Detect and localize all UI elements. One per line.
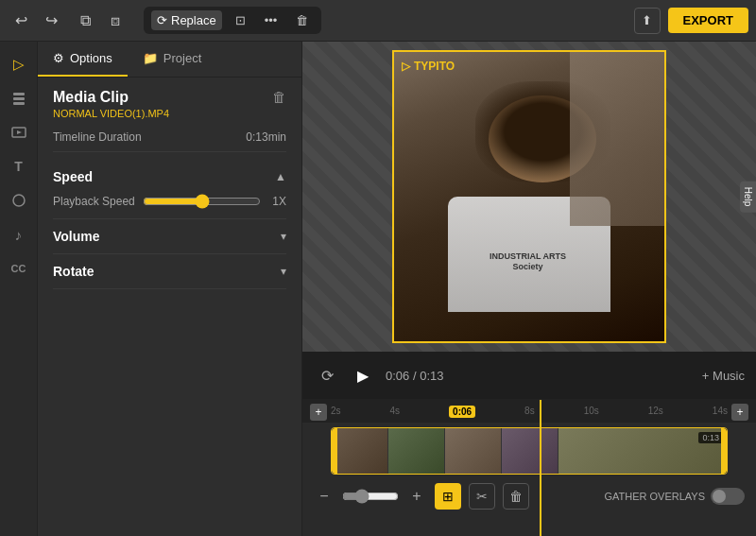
sidebar-item-shapes[interactable]	[4, 185, 34, 216]
media-clip-info: Media Clip NORMAL VIDEO(1).MP4	[53, 89, 169, 119]
svg-marker-4	[17, 130, 22, 134]
timeline-add-left-button[interactable]: +	[310, 404, 327, 421]
volume-section: Volume ▾	[53, 219, 286, 254]
sidebar-item-logo[interactable]: ▷	[4, 49, 34, 79]
timeline-duration-row: Timeline Duration 0:13min	[53, 123, 286, 152]
speed-slider[interactable]	[143, 194, 262, 209]
timeline-duration-value: 0:13min	[246, 130, 286, 144]
media-clip-title: Media Clip	[53, 89, 169, 106]
typito-icon: ▷	[402, 60, 410, 73]
replace-icon: ⟳	[157, 13, 167, 27]
speed-arrow-icon: ▲	[275, 170, 286, 183]
left-sidebar: ▷ T ♪ CC	[0, 42, 38, 536]
play-button[interactable]: ▶	[350, 362, 376, 389]
ruler-mark-10s: 10s	[584, 406, 599, 418]
toggle-knob	[713, 490, 726, 503]
options-panel: ⚙ Options 📁 Project Media Clip NORMAL VI…	[38, 42, 302, 536]
top-toolbar: ↩ ↪ ⧉ ⧈ ⟳ Replace ⊡ ••• 🗑 ⬆ EXPORT	[0, 0, 756, 42]
tab-options[interactable]: ⚙ Options	[38, 42, 128, 77]
timeline-duration-label: Timeline Duration	[53, 130, 142, 144]
speed-section: Speed ▲ Playback Speed 1X	[53, 160, 286, 219]
speed-slider-container	[143, 194, 262, 209]
rotate-arrow-icon: ▾	[281, 265, 286, 278]
timeline-add-right-button[interactable]: +	[731, 404, 748, 421]
playback-speed-label: Playback Speed	[53, 195, 135, 208]
track-right-handle[interactable]	[721, 428, 727, 474]
zoom-out-button[interactable]: −	[314, 486, 335, 507]
track-row: 0:13	[302, 423, 756, 479]
duplicate-button[interactable]: ⧈	[102, 8, 129, 34]
more-options-button[interactable]: •••	[259, 10, 284, 30]
volume-title: Volume	[53, 229, 100, 244]
options-icon: ⚙	[53, 51, 64, 65]
redo-button[interactable]: ↪	[38, 8, 64, 34]
help-button[interactable]: Help	[740, 182, 756, 213]
share-button[interactable]: ⬆	[634, 8, 661, 34]
ruler-mark-playhead: 0:06	[449, 406, 475, 418]
speed-value-display: 1X	[272, 195, 286, 208]
undo-button[interactable]: ↩	[8, 8, 34, 34]
thumb-1	[332, 428, 388, 474]
replace-button[interactable]: ⟳ Replace	[151, 10, 222, 30]
replay-button[interactable]: ⟳	[314, 362, 340, 389]
ruler-mark-14s: 14s	[713, 406, 728, 418]
media-clip-subtitle: NORMAL VIDEO(1).MP4	[53, 108, 169, 119]
rotate-header[interactable]: Rotate ▾	[53, 264, 286, 279]
ruler-mark-8s: 8s	[524, 406, 535, 418]
playhead	[540, 400, 541, 536]
zoom-in-button[interactable]: +	[406, 486, 427, 507]
typito-watermark: ▷ TYPITO	[402, 60, 455, 73]
thumb-4	[502, 428, 558, 474]
video-frame: INDUSTRIAL ARTSSociety ▷ TYPITO	[394, 52, 664, 341]
panel-content: Media Clip NORMAL VIDEO(1).MP4 🗑 Timelin…	[38, 78, 301, 536]
delete-clip-button[interactable]: 🗑	[290, 10, 314, 30]
svg-rect-0	[13, 93, 25, 95]
project-icon: 📁	[143, 51, 158, 65]
zoom-slider[interactable]	[342, 489, 399, 504]
rotate-section: Rotate ▾	[53, 254, 286, 289]
sidebar-item-music[interactable]: ♪	[4, 219, 34, 250]
ruler-mark-12s: 12s	[648, 406, 663, 418]
media-clip-header: Media Clip NORMAL VIDEO(1).MP4 🗑	[53, 89, 286, 119]
speed-header[interactable]: Speed ▲	[53, 169, 286, 184]
track-end-badge: 0:13	[698, 432, 723, 443]
playback-bar: ⟳ ▶ 0:06 / 0:13 + Music	[302, 352, 756, 399]
svg-point-5	[13, 195, 25, 206]
rotate-title: Rotate	[53, 264, 94, 279]
floating-toolbar: ⟳ Replace ⊡ ••• 🗑	[144, 7, 321, 34]
current-time: 0:06	[386, 369, 409, 383]
sidebar-item-media[interactable]	[4, 117, 34, 147]
crop-tool-button[interactable]: ⊡	[230, 10, 251, 30]
crop-tool-button[interactable]: ⊞	[435, 483, 461, 510]
sidebar-item-text[interactable]: T	[4, 151, 34, 182]
export-button[interactable]: EXPORT	[668, 8, 748, 33]
gather-overlays-label: GATHER OVERLAYS	[604, 491, 705, 502]
video-track-clip[interactable]: 0:13	[331, 427, 728, 475]
svg-rect-1	[13, 97, 25, 100]
sidebar-item-layers[interactable]	[4, 83, 34, 113]
time-display: 0:06 / 0:13	[386, 369, 443, 383]
track-left-handle[interactable]	[332, 428, 337, 474]
panel-tabs: ⚙ Options 📁 Project	[38, 42, 301, 78]
timeline-controls-bottom: − + ⊞ ✂ 🗑 GATHER OVERLAYS	[302, 479, 756, 513]
speed-title: Speed	[53, 169, 93, 184]
total-time: 0:13	[420, 369, 443, 383]
video-preview: INDUSTRIAL ARTSSociety ▷ TYPITO	[392, 50, 666, 343]
add-music-button[interactable]: + Music	[702, 369, 745, 383]
gather-overlays-toggle[interactable]	[711, 488, 745, 505]
canvas-area: INDUSTRIAL ARTSSociety ▷ TYPITO Help	[302, 42, 756, 352]
top-toolbar-left: ↩ ↪ ⧉ ⧈ ⟳ Replace ⊡ ••• 🗑	[8, 7, 321, 34]
media-clip-delete-icon[interactable]: 🗑	[272, 89, 286, 105]
sidebar-item-captions[interactable]: CC	[4, 253, 34, 284]
delete-tool-button[interactable]: 🗑	[503, 483, 529, 510]
copy-button[interactable]: ⧉	[72, 8, 98, 34]
gather-overlays-control: GATHER OVERLAYS	[604, 488, 745, 505]
thumb-2	[388, 428, 445, 474]
tab-project[interactable]: 📁 Project	[128, 42, 216, 77]
timeline-ruler: + 2s 4s 0:06 8s 10s 12s 14s +	[302, 400, 756, 423]
cut-tool-button[interactable]: ✂	[469, 483, 495, 510]
timeline-area: + 2s 4s 0:06 8s 10s 12s 14s +	[302, 399, 756, 536]
thumb-3	[445, 428, 502, 474]
volume-header[interactable]: Volume ▾	[53, 229, 286, 244]
preview-area: INDUSTRIAL ARTSSociety ▷ TYPITO Help	[302, 42, 756, 536]
